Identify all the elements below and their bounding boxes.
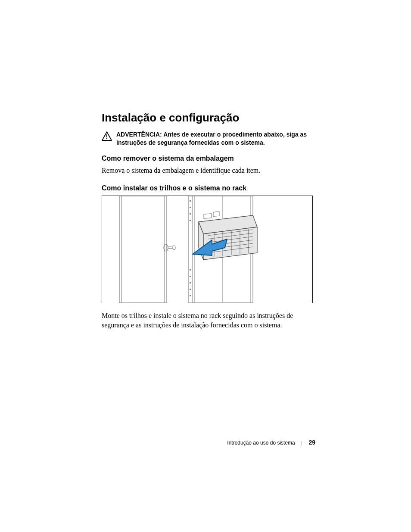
svg-rect-23 (190, 295, 191, 296)
footer-chapter: Introdução ao uso do sistema (227, 440, 295, 446)
svg-point-9 (173, 246, 175, 250)
warning-text: ADVERTÊNCIA: Antes de executar o procedi… (116, 131, 321, 147)
warning-label: ADVERTÊNCIA: (116, 131, 162, 138)
svg-rect-15 (190, 200, 191, 202)
warning-block: ADVERTÊNCIA: Antes de executar o procedi… (102, 131, 321, 147)
footer-page-number: 29 (308, 439, 315, 446)
footer-separator (302, 441, 302, 445)
svg-rect-38 (204, 214, 212, 219)
page-content: Instalação e configuração ADVERTÊNCIA: A… (102, 111, 321, 339)
unpack-body: Remova o sistema da embalagem e identifi… (102, 166, 321, 175)
svg-rect-3 (119, 196, 167, 303)
section-title: Instalação e configuração (102, 111, 321, 124)
svg-rect-21 (190, 282, 191, 283)
svg-rect-18 (190, 220, 191, 221)
warning-icon (102, 131, 112, 143)
svg-rect-22 (190, 289, 191, 290)
svg-rect-16 (190, 207, 191, 208)
unpack-heading: Como remover o sistema da embalagem (102, 155, 321, 162)
svg-rect-39 (213, 212, 219, 217)
rack-install-figure (102, 196, 313, 303)
svg-rect-1 (106, 134, 107, 137)
rack-heading: Como instalar os trilhos e o sistema no … (102, 184, 321, 192)
page-footer: Introdução ao uso do sistema 29 (0, 439, 411, 446)
svg-rect-20 (190, 276, 191, 277)
svg-rect-17 (190, 213, 191, 215)
svg-rect-19 (190, 269, 191, 271)
svg-rect-2 (106, 138, 107, 139)
rack-body: Monte os trilhos e instale o sistema no … (102, 311, 321, 330)
